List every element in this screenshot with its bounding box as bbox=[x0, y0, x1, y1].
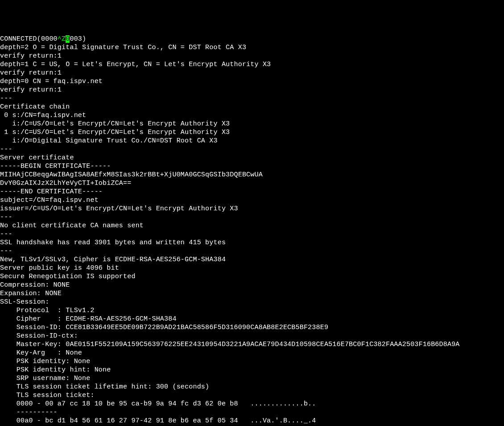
line: i:/O=Digital Signature Trust Co./CN=DST … bbox=[0, 137, 218, 145]
line: depth=2 O = Digital Signature Trust Co.,… bbox=[0, 44, 246, 51]
line: DvY0GzAIXJzX2LhYeVyCTI+IobiZCA== bbox=[0, 180, 131, 187]
line: depth=0 CN = faq.ispv.net bbox=[0, 78, 103, 85]
line: New, TLSv1/SSLv3, Cipher is ECDHE-RSA-AE… bbox=[0, 256, 226, 263]
line: -----END CERTIFICATE----- bbox=[0, 188, 103, 196]
line: Server certificate bbox=[0, 154, 74, 162]
line: 00a0 - bc d1 b4 56 61 16 27 97-42 91 8e … bbox=[0, 417, 316, 425]
line: issuer=/C=US/O=Let's Encrypt/CN=Let's En… bbox=[0, 205, 238, 213]
line: TLS session ticket lifetime hint: 300 (s… bbox=[0, 383, 209, 391]
line: ---------- bbox=[0, 409, 58, 416]
line: verify return:1 bbox=[0, 52, 62, 60]
line: PSK identity hint: None bbox=[0, 366, 111, 374]
line: i:/C=US/O=Let's Encrypt/CN=Let's Encrypt… bbox=[0, 120, 230, 128]
line: Protocol : TLSv1.2 bbox=[0, 307, 95, 314]
line: Session-ID: CCE81B33649EE5DE09B722B9AD21… bbox=[0, 324, 328, 331]
line: Compression: NONE bbox=[0, 281, 70, 289]
line: SSL-Session: bbox=[0, 298, 49, 306]
line: Certificate chain bbox=[0, 103, 70, 111]
line: --- bbox=[0, 213, 12, 221]
connected-line: CONNECTED(0000^Z0003) bbox=[0, 35, 86, 43]
line: MIIHAjCCBeqgAwIBAgISA8AEfxM8SIas3k2rBBt+… bbox=[0, 171, 263, 179]
line: depth=1 C = US, O = Let's Encrypt, CN = … bbox=[0, 61, 271, 68]
line: verify return:1 bbox=[0, 69, 62, 77]
line: Session-ID-ctx: bbox=[0, 332, 78, 340]
line: Secure Renegotiation IS supported bbox=[0, 273, 136, 280]
line: Cipher : ECDHE-RSA-AES256-GCM-SHA384 bbox=[0, 315, 177, 323]
line: 0000 - 00 a7 cc 18 10 be 95 ca-b9 9a 94 … bbox=[0, 400, 316, 408]
terminal-output[interactable]: CONNECTED(0000^Z0003) depth=2 O = Digita… bbox=[0, 34, 504, 426]
line: verify return:1 bbox=[0, 86, 62, 94]
line: Server public key is 4096 bit bbox=[0, 264, 119, 272]
line: Expansion: NONE bbox=[0, 290, 62, 297]
line: --- bbox=[0, 95, 12, 102]
line: 1 s:/C=US/O=Let's Encrypt/CN=Let's Encry… bbox=[0, 129, 230, 136]
line: No client certificate CA names sent bbox=[0, 222, 144, 230]
conn-prefix: CONNECTED(0000 bbox=[0, 35, 58, 43]
line: -----BEGIN CERTIFICATE----- bbox=[0, 163, 111, 170]
line: SRP username: None bbox=[0, 375, 90, 382]
line: --- bbox=[0, 230, 12, 238]
line: --- bbox=[0, 247, 12, 255]
line: Key-Arg : None bbox=[0, 349, 82, 357]
line: --- bbox=[0, 146, 12, 153]
line: 0 s:/CN=faq.ispv.net bbox=[0, 112, 86, 119]
line: subject=/CN=faq.ispv.net bbox=[0, 196, 99, 204]
line: PSK identity: None bbox=[0, 358, 90, 365]
line: Master-Key: 0AE0151F552109A159C563976225… bbox=[0, 341, 460, 348]
line: TLS session ticket: bbox=[0, 392, 95, 399]
line: SSL handshake has read 3901 bytes and wr… bbox=[0, 239, 226, 246]
ctrl-char: ^Z bbox=[58, 35, 66, 43]
conn-suffix: 003) bbox=[70, 35, 86, 43]
